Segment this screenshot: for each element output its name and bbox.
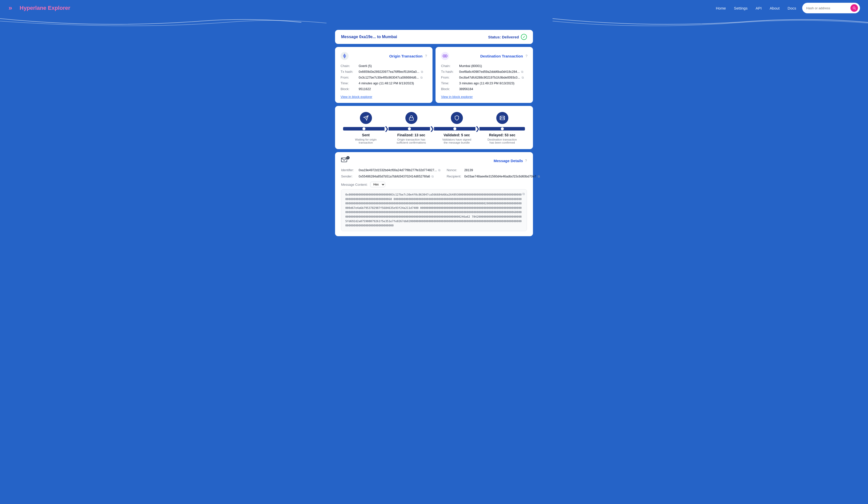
details-title-area: Message Details ? xyxy=(494,159,527,163)
validated-bar xyxy=(434,127,475,130)
main-content: Message 0xa19e... to Mumbai Status: Deli… xyxy=(331,30,537,246)
sender-field: Sender: 0x55486284a85d7b51a7bbfd34370241… xyxy=(341,175,441,178)
origin-txhash-copy-icon[interactable]: ⧉ xyxy=(421,70,423,74)
origin-card-header: Origin Transaction ? xyxy=(341,52,427,60)
destination-section-title: Destination Transaction xyxy=(480,54,523,58)
check-circle-icon: ✓ xyxy=(521,34,527,40)
dest-chain-label: Chain: xyxy=(441,64,459,68)
msg-content-copy-icon[interactable]: ⧉ xyxy=(523,191,525,197)
origin-block-label: Block: xyxy=(341,87,359,91)
ethereum-icon xyxy=(341,52,349,60)
origin-block-row: Block: 9511622 xyxy=(341,87,427,91)
identifier-label: Identifer: xyxy=(341,168,359,172)
dest-time-label: Time: xyxy=(441,81,459,85)
status-banner: Message 0xa19e... to Mumbai Status: Deli… xyxy=(335,30,533,44)
content-format-select[interactable]: Hex xyxy=(370,182,385,187)
svg-rect-11 xyxy=(409,118,413,120)
relayed-label-area: Relayed: 53 sec Destination transaction … xyxy=(486,133,519,144)
dest-txhash-copy-icon[interactable]: ⧉ xyxy=(521,70,524,74)
nonce-label: Nonce: xyxy=(446,168,464,172)
nonce-field: Nonce: 28139 xyxy=(446,168,540,172)
nav-settings[interactable]: Settings xyxy=(734,6,747,10)
msg-content-label-row: Message Content: Hex xyxy=(341,182,527,187)
relayed-bar xyxy=(479,127,525,130)
identifier-field: Identifer: 0xa19e4972d1532bd4cf00a24d77f… xyxy=(341,168,441,172)
nav-home[interactable]: Home xyxy=(716,6,726,10)
origin-tx-card: Origin Transaction ? Chain: Goerli (5) T… xyxy=(335,47,433,103)
origin-from-row: From: 0x3c127be7c30e4f0c863047ca566684d6… xyxy=(341,75,427,79)
sent-main-label: Sent xyxy=(350,133,382,137)
destination-view-explorer-link[interactable]: View in block explorer xyxy=(441,95,473,99)
sent-bar-row: ❯ xyxy=(343,127,389,130)
origin-view-explorer-link[interactable]: View in block explorer xyxy=(341,95,372,99)
origin-help-icon[interactable]: ? xyxy=(425,54,427,58)
message-badge: 0 xyxy=(347,156,350,159)
origin-txhash-label: Tx hash: xyxy=(341,70,359,74)
relayed-bar-row xyxy=(479,127,525,130)
identifier-copy-icon[interactable]: ⧉ xyxy=(438,168,441,172)
relayed-step-icon xyxy=(496,112,508,124)
finalized-main-label: Finalized: 13 sec xyxy=(395,133,428,137)
nav-docs[interactable]: Docs xyxy=(788,6,796,10)
origin-from-copy-icon[interactable]: ⧉ xyxy=(421,76,423,79)
svg-point-8 xyxy=(445,55,446,56)
recipient-label: Recipient: xyxy=(446,175,464,178)
logo-text: Hyperlane Explorer xyxy=(20,5,70,11)
dest-chain-value: Mumbai (80001) xyxy=(459,64,482,68)
recipient-copy-icon[interactable]: ⧉ xyxy=(538,175,540,178)
origin-time-row: Time: 4 minutes ago (11:48:12 PM 8/13/20… xyxy=(341,81,427,85)
sender-copy-icon[interactable]: ⧉ xyxy=(432,175,434,178)
sent-desc: Waiting for origin transaction xyxy=(350,138,382,144)
dest-block-row: Block: 38956184 xyxy=(441,87,527,91)
msg-content-value: 0x000000000000000000000000003c127be7c30e… xyxy=(345,193,521,227)
dest-block-label: Block: xyxy=(441,87,459,91)
message-details-card: 0 Message Details ? Identifer: 0xa19e497… xyxy=(335,152,533,236)
details-help-icon[interactable]: ? xyxy=(525,159,527,162)
validated-arrow: ❯ xyxy=(475,127,480,130)
origin-txhash-value: 0x6659d3e289220977ea76ff8ecf51840a0... xyxy=(359,70,420,74)
nav-api[interactable]: API xyxy=(755,6,762,10)
validated-label-area: Validated: 5 sec Validators have signed … xyxy=(441,133,473,144)
finalized-desc: Origin transaction has sufficient confir… xyxy=(395,138,428,144)
tx-cards-row: Origin Transaction ? Chain: Goerli (5) T… xyxy=(335,47,533,103)
dest-from-copy-icon[interactable]: ⧉ xyxy=(521,76,524,79)
dest-txhash-value: 0xef8a6c40987ed59a2ddd6ba0d418c284... xyxy=(459,70,520,74)
identifier-value: 0xa19e4972d1532bd4cf00a24d77f8b277fe32d7… xyxy=(359,168,437,172)
search-bar xyxy=(802,3,860,13)
origin-time-value: 4 minutes ago (11:48:12 PM 8/13/2023) xyxy=(359,82,414,85)
pipeline-step-validated: ❯ Validated: 5 sec Validators have signe… xyxy=(434,112,479,144)
details-header-left: 0 xyxy=(341,157,348,164)
relayed-desc: Destination transaction has been confirm… xyxy=(486,138,519,144)
search-input[interactable] xyxy=(806,6,848,10)
origin-section-title: Origin Transaction xyxy=(389,54,423,58)
origin-chain-row: Chain: Goerli (5) xyxy=(341,64,427,68)
search-button[interactable] xyxy=(850,4,858,12)
navbar: » Hyperlane Explorer Home Settings API A… xyxy=(0,0,868,16)
recipient-value: 0x03ae748aee6e31560d4e46adbcf15c6d60bd70… xyxy=(464,175,536,178)
sent-step-icon xyxy=(360,112,372,124)
origin-from-label: From: xyxy=(341,75,359,79)
svg-text:»: » xyxy=(9,4,12,12)
sender-label: Sender: xyxy=(341,175,359,178)
nav-about[interactable]: About xyxy=(770,6,779,10)
pipeline-card: ❯ Sent Waiting for origin transaction xyxy=(335,106,533,149)
svg-point-1 xyxy=(853,7,855,9)
relayed-main-label: Relayed: 53 sec xyxy=(486,133,519,137)
validated-desc: Validators have signed the message bundl… xyxy=(441,138,473,144)
logo-area: » Hyperlane Explorer xyxy=(8,3,70,12)
dest-time-row: Time: 3 minutes ago (11:49:23 PM 8/13/20… xyxy=(441,81,527,85)
relayed-bar-dot xyxy=(501,127,504,130)
sender-value: 0x55486284a85d7b51a7bbfd343702414d65276f… xyxy=(359,175,430,178)
details-header: 0 Message Details ? xyxy=(341,157,527,164)
finalized-step-icon xyxy=(405,112,417,124)
sent-bar-dot xyxy=(362,127,365,130)
sent-arrow: ❯ xyxy=(384,127,389,130)
finalized-bar-row: ❯ xyxy=(389,127,434,130)
dest-from-value: 0xc8a47dfc6288c902197b1fc9bde0093c0... xyxy=(459,76,520,79)
msg-content-box: 0x000000000000000000000000003c127be7c30e… xyxy=(341,189,527,231)
finalized-bar-dot xyxy=(408,127,411,130)
destination-help-icon[interactable]: ? xyxy=(525,54,527,58)
status-delivered: Status: Delivered ✓ xyxy=(488,34,527,40)
details-title-text: Message Details xyxy=(494,159,523,163)
finalized-label-area: Finalized: 13 sec Origin transaction has… xyxy=(395,133,428,144)
